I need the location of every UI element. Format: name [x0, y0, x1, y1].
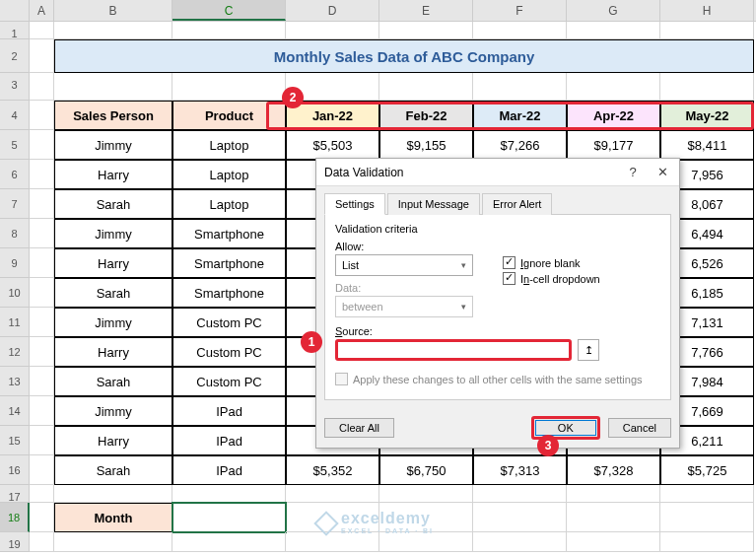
- range-selector-button[interactable]: ↥: [578, 339, 599, 361]
- clear-all-button[interactable]: Clear All: [324, 418, 394, 438]
- cell-person[interactable]: Jimmy: [54, 308, 172, 337]
- cell-val[interactable]: $7,328: [567, 455, 660, 485]
- cell-person[interactable]: Harry: [54, 248, 172, 278]
- month-value-cell[interactable]: [172, 503, 286, 532]
- row-header[interactable]: 6: [0, 160, 30, 189]
- row-header[interactable]: 11: [0, 308, 30, 337]
- cell-person[interactable]: Harry: [54, 160, 172, 189]
- row-header[interactable]: 16: [0, 455, 30, 485]
- cell-person[interactable]: Sarah: [54, 455, 172, 485]
- cell-product[interactable]: Laptop: [172, 160, 286, 189]
- col-header-a[interactable]: A: [30, 0, 54, 21]
- cell-product[interactable]: Custom PC: [172, 337, 286, 367]
- data-value: between: [342, 301, 383, 313]
- incell-dropdown-checkbox[interactable]: In-cell dropdown: [503, 272, 600, 285]
- cell-person[interactable]: Harry: [54, 426, 172, 455]
- col-header-e[interactable]: E: [379, 0, 473, 21]
- col-header-b[interactable]: B: [54, 0, 172, 21]
- cell-val[interactable]: $8,411: [660, 130, 754, 160]
- row-header[interactable]: 19: [0, 532, 30, 552]
- callout-2: 2: [282, 87, 304, 108]
- cell-val[interactable]: $5,725: [660, 455, 754, 485]
- col-header-c[interactable]: C: [172, 0, 286, 21]
- cell-product[interactable]: Smartphone: [172, 248, 286, 278]
- callout-1: 1: [301, 331, 322, 353]
- row-header[interactable]: 7: [0, 189, 30, 219]
- tab-error-alert[interactable]: Error Alert: [482, 193, 553, 215]
- row-header[interactable]: 3: [0, 73, 30, 101]
- row-header[interactable]: 5: [0, 130, 30, 160]
- row-header[interactable]: 4: [0, 101, 30, 130]
- dialog-title: Data Validation: [324, 166, 404, 179]
- cell-product[interactable]: Laptop: [172, 189, 286, 219]
- cell-person[interactable]: Jimmy: [54, 219, 172, 248]
- row-header[interactable]: 10: [0, 278, 30, 308]
- watermark-subtitle: EXCEL · DATA · BI: [341, 527, 434, 534]
- source-label: Source:: [335, 325, 660, 337]
- checkbox-icon: [503, 256, 515, 269]
- row-header[interactable]: 14: [0, 396, 30, 426]
- title-cell[interactable]: Monthly Sales Data of ABC Company: [54, 39, 754, 73]
- cell-person[interactable]: Harry: [54, 337, 172, 367]
- row-header[interactable]: 1: [0, 22, 30, 39]
- apply-changes-label: Apply these changes to all other cells w…: [353, 374, 643, 385]
- cell-val[interactable]: $7,313: [473, 455, 567, 485]
- source-input[interactable]: [335, 339, 572, 361]
- col-header-d[interactable]: D: [286, 0, 379, 21]
- row-header[interactable]: 9: [0, 248, 30, 278]
- cell-person[interactable]: Sarah: [54, 367, 172, 396]
- row-header[interactable]: 18: [0, 503, 30, 532]
- row-header[interactable]: 15: [0, 426, 30, 455]
- cell-person[interactable]: Jimmy: [54, 130, 172, 160]
- cell-product[interactable]: IPad: [172, 396, 286, 426]
- row-header[interactable]: 13: [0, 367, 30, 396]
- cell-val[interactable]: $5,503: [286, 130, 379, 160]
- col-header-h[interactable]: H: [660, 0, 754, 21]
- select-all-corner[interactable]: [0, 0, 30, 21]
- cell-product[interactable]: IPad: [172, 455, 286, 485]
- cell-val[interactable]: $7,266: [473, 130, 567, 160]
- cell-product[interactable]: IPad: [172, 426, 286, 455]
- cell-product[interactable]: Custom PC: [172, 308, 286, 337]
- header-product[interactable]: Product: [172, 101, 286, 130]
- col-header-f[interactable]: F: [473, 0, 567, 21]
- cell-product[interactable]: Smartphone: [172, 278, 286, 308]
- cell-val[interactable]: $9,155: [379, 130, 473, 160]
- help-icon[interactable]: ?: [624, 165, 642, 179]
- row-header[interactable]: 2: [0, 39, 30, 73]
- allow-dropdown[interactable]: List ▾: [335, 254, 473, 276]
- month-label-cell[interactable]: Month: [54, 503, 172, 532]
- ignore-blank-label: Ignore blank: [520, 257, 581, 269]
- table-row: 5JimmyLaptop$5,503$9,155$7,266$9,177$8,4…: [0, 130, 756, 160]
- table-row: 16SarahIPad$5,352$6,750$7,313$7,328$5,72…: [0, 455, 756, 485]
- row-header[interactable]: 8: [0, 219, 30, 248]
- cell-person[interactable]: Jimmy: [54, 396, 172, 426]
- header-may[interactable]: May-22: [660, 101, 754, 130]
- header-apr[interactable]: Apr-22: [567, 101, 660, 130]
- cell-person[interactable]: Sarah: [54, 278, 172, 308]
- cell-val[interactable]: $9,177: [567, 130, 660, 160]
- cell-product[interactable]: Smartphone: [172, 219, 286, 248]
- cell-val[interactable]: $5,352: [286, 455, 379, 485]
- header-feb[interactable]: Feb-22: [379, 101, 473, 130]
- ignore-blank-checkbox[interactable]: Ignore blank: [503, 256, 600, 269]
- header-sales-person[interactable]: Sales Person: [54, 101, 172, 130]
- cell-val[interactable]: $6,750: [379, 455, 473, 485]
- dialog-tabs: Settings Input Message Error Alert: [316, 186, 679, 214]
- cancel-button[interactable]: Cancel: [608, 418, 671, 438]
- close-icon[interactable]: ✕: [653, 165, 671, 179]
- tab-settings[interactable]: Settings: [324, 193, 385, 215]
- validation-criteria-label: Validation criteria: [335, 223, 660, 235]
- cell-product[interactable]: Custom PC: [172, 367, 286, 396]
- row-1: 1: [0, 22, 756, 39]
- cell-product[interactable]: Laptop: [172, 130, 286, 160]
- col-header-g[interactable]: G: [567, 0, 660, 21]
- cell-person[interactable]: Sarah: [54, 189, 172, 219]
- header-mar[interactable]: Mar-22: [473, 101, 567, 130]
- incell-dropdown-label: In-cell dropdown: [520, 273, 600, 285]
- dialog-titlebar[interactable]: Data Validation ? ✕: [316, 159, 679, 186]
- row-header[interactable]: 12: [0, 337, 30, 367]
- checkbox-icon: [503, 272, 515, 285]
- tab-input-message[interactable]: Input Message: [387, 193, 480, 215]
- row-header[interactable]: 17: [0, 485, 30, 503]
